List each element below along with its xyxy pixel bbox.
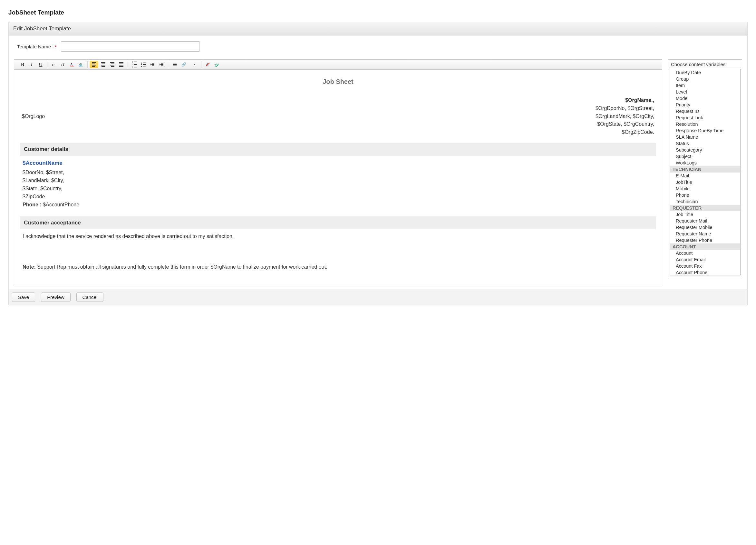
svg-rect-10: [161, 63, 163, 63]
variable-item[interactable]: WorkLogs: [670, 160, 740, 166]
variable-item[interactable]: Request ID: [670, 108, 740, 114]
variable-item[interactable]: Requester Mobile: [670, 224, 740, 230]
variable-group-header: ACCOUNT: [670, 243, 740, 250]
content-variables-panel: Choose content variables DueBy DateGroup…: [668, 59, 742, 277]
panel-footer: Save Preview Cancel: [9, 289, 747, 305]
hr-button[interactable]: [170, 61, 179, 68]
spellcheck-button[interactable]: ABC: [213, 61, 221, 68]
variable-item[interactable]: Phone: [670, 192, 740, 198]
variable-item[interactable]: JobTitle: [670, 179, 740, 185]
content-variables-title: Choose content variables: [668, 60, 742, 69]
bold-button[interactable]: B: [18, 61, 27, 68]
svg-text:T: T: [63, 63, 64, 66]
align-center-button[interactable]: [99, 61, 107, 68]
variable-item[interactable]: Requester Name: [670, 230, 740, 237]
svg-text:A: A: [70, 62, 73, 66]
svg-rect-14: [173, 64, 177, 65]
variable-item[interactable]: Level: [670, 89, 740, 95]
variable-item[interactable]: Response DueBy Time: [670, 127, 740, 134]
remove-format-button[interactable]: A: [204, 61, 212, 68]
content-variables-scroll[interactable]: DueBy DateGroupItemLevelModePriorityRequ…: [670, 69, 741, 276]
svg-rect-8: [152, 64, 154, 65]
variable-item[interactable]: Item: [670, 82, 740, 89]
save-button[interactable]: Save: [12, 293, 35, 302]
align-right-button[interactable]: [108, 61, 116, 68]
variable-group-header: TECHNICIAN: [670, 166, 740, 172]
cancel-button[interactable]: Cancel: [76, 293, 104, 302]
align-justify-button[interactable]: [117, 61, 125, 68]
variable-group-header: REQUESTER: [670, 205, 740, 211]
editor-canvas[interactable]: Job Sheet $OrgLogo $OrgName., $OrgDoorNo…: [14, 70, 662, 286]
font-size-button[interactable]: TT: [59, 61, 67, 68]
svg-rect-6: [79, 66, 83, 66]
variable-item[interactable]: Job Title: [670, 211, 740, 218]
note-line: Note: Support Rep must obtain all signat…: [23, 263, 654, 271]
link-button[interactable]: 🔗: [179, 61, 188, 68]
template-name-row: Template Name :*: [14, 41, 742, 52]
svg-rect-9: [152, 65, 154, 66]
svg-rect-12: [161, 65, 163, 66]
template-name-label: Template Name :*: [17, 44, 56, 49]
link-dropdown-button[interactable]: [189, 61, 199, 68]
acknowledgement-text: I acknowledge that the service rendered …: [23, 232, 654, 240]
svg-text:F: F: [53, 64, 55, 66]
svg-text:T: T: [52, 63, 53, 66]
panel-header: Edit JobSheet Template: [9, 22, 747, 35]
outdent-button[interactable]: [148, 61, 157, 68]
svg-rect-5: [70, 66, 74, 66]
svg-rect-13: [173, 63, 177, 63]
svg-rect-15: [173, 65, 177, 66]
variable-item[interactable]: Requester Phone: [670, 237, 740, 243]
variable-item[interactable]: E-Mail: [670, 172, 740, 179]
svg-rect-11: [161, 64, 163, 65]
variable-item[interactable]: Subcategory: [670, 147, 740, 153]
italic-button[interactable]: I: [27, 61, 36, 68]
editor-toolbar: B I U TF TT: [14, 60, 662, 70]
rich-text-editor: B I U TF TT: [14, 59, 662, 287]
content-variables-list: DueBy DateGroupItemLevelModePriorityRequ…: [670, 69, 740, 276]
variable-item[interactable]: Account Phone: [670, 269, 740, 276]
variable-item[interactable]: Priority: [670, 102, 740, 108]
bg-color-button[interactable]: [77, 61, 85, 68]
variable-item[interactable]: SLA Name: [670, 134, 740, 140]
svg-rect-7: [152, 63, 154, 63]
required-indicator: *: [55, 44, 56, 49]
variable-item[interactable]: Mobile: [670, 185, 740, 192]
variable-item[interactable]: Status: [670, 140, 740, 147]
variable-item[interactable]: Requester Mail: [670, 218, 740, 224]
variable-item[interactable]: Request Link: [670, 114, 740, 121]
variable-item[interactable]: DueBy Date: [670, 69, 740, 76]
underline-button[interactable]: U: [36, 61, 45, 68]
variable-item[interactable]: Subject: [670, 153, 740, 160]
customer-acceptance-header: Customer acceptance: [20, 216, 656, 229]
doc-title: Job Sheet: [20, 78, 656, 85]
font-color-button[interactable]: A: [68, 61, 76, 68]
variable-item[interactable]: Resolution: [670, 121, 740, 127]
variable-item[interactable]: Account: [670, 250, 740, 256]
org-logo-placeholder: $OrgLogo: [22, 113, 45, 119]
variable-item[interactable]: Group: [670, 76, 740, 82]
variable-item[interactable]: Mode: [670, 95, 740, 102]
variable-item[interactable]: Account Email: [670, 256, 740, 263]
ordered-list-button[interactable]: 123: [130, 61, 139, 68]
account-name-var: $AccountName: [23, 159, 654, 167]
template-name-input[interactable]: [61, 41, 199, 52]
svg-text:T: T: [61, 64, 62, 66]
align-left-button[interactable]: [90, 61, 98, 68]
variable-item[interactable]: Technician: [670, 198, 740, 205]
org-address-block: $OrgName., $OrgDoorNo, $OrgStreet, $OrgL…: [596, 96, 654, 136]
indent-button[interactable]: [157, 61, 166, 68]
font-family-button[interactable]: TF: [50, 61, 58, 68]
page-title: JobSheet Template: [8, 9, 748, 16]
edit-panel: Edit JobSheet Template Template Name :* …: [8, 22, 748, 306]
customer-details-header: Customer details: [20, 143, 656, 156]
unordered-list-button[interactable]: [139, 61, 148, 68]
preview-button[interactable]: Preview: [41, 293, 70, 302]
variable-item[interactable]: Account Fax: [670, 263, 740, 269]
customer-details-body: $AccountName $DoorNo, $Street, $LandMark…: [20, 156, 656, 214]
